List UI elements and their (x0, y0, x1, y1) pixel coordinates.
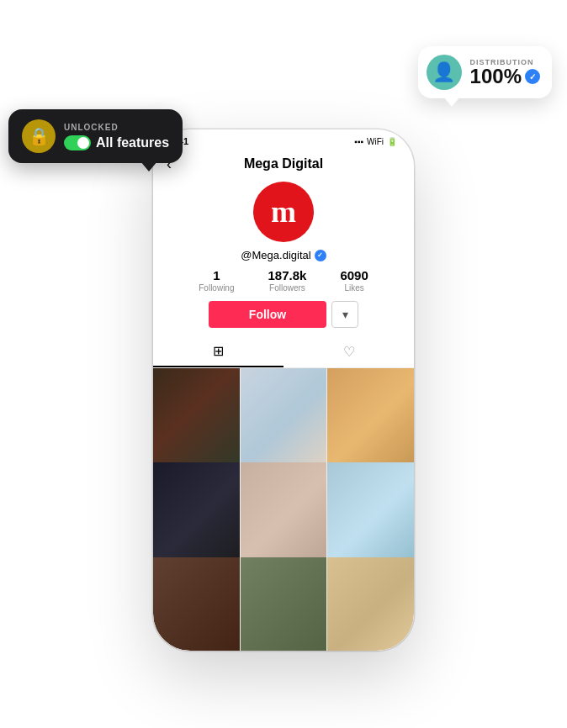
video-cell-7[interactable]: 0 (153, 557, 240, 651)
profile-section: m @Mega.digital 1 Following 187.8k Follo… (153, 175, 414, 336)
follow-button[interactable]: Follow (209, 301, 326, 328)
toggle-switch[interactable] (64, 135, 91, 150)
battery-icon: 🔋 (387, 137, 397, 146)
status-bar: 9:41 ▪▪▪ WiFi 🔋 (153, 129, 414, 153)
phone: 9:41 ▪▪▪ WiFi 🔋 ‹ Mega Digital m @Mega.d… (153, 129, 414, 651)
stats-row: 1 Following 187.8k Followers 6090 Likes (167, 268, 400, 293)
followers-label: Followers (269, 283, 305, 293)
unlocked-badge: 🔒 UNLOCKED All features (8, 109, 183, 163)
user-icon: 👤 (432, 61, 455, 83)
avatar-letter: m (271, 194, 296, 229)
verified-badge-icon (315, 250, 326, 261)
app-header: ‹ Mega Digital (153, 153, 414, 175)
username: @Mega.digital (241, 249, 310, 261)
username-row: @Mega.digital (241, 249, 326, 261)
dist-percent: 100% (470, 66, 522, 87)
tab-liked[interactable]: ♡ (284, 336, 414, 367)
toggle-row: All features (64, 135, 169, 150)
dist-value-row: 100% (470, 66, 540, 87)
distribution-badge: 👤 DISTRIBUTION 100% (418, 46, 552, 98)
following-label: Following (199, 283, 234, 293)
badge-text-col: UNLOCKED All features (64, 123, 169, 150)
more-button[interactable]: ▾ (331, 301, 358, 328)
phone-inner: 9:41 ▪▪▪ WiFi 🔋 ‹ Mega Digital m @Mega.d… (153, 129, 414, 651)
tab-bar: ⊞ ♡ (153, 336, 414, 368)
following-value: 1 (213, 268, 220, 282)
grid-icon: ⊞ (213, 343, 224, 359)
followers-value: 187.8k (268, 268, 306, 282)
stat-likes: 6090 Likes (323, 268, 384, 293)
likes-label: Likes (344, 283, 363, 293)
scene: 🔒 UNLOCKED All features 👤 DISTRIBUTION 1… (0, 0, 567, 728)
stat-followers: 187.8k Followers (251, 268, 323, 293)
unlocked-label: UNLOCKED (64, 123, 169, 132)
features-label: All features (96, 135, 169, 150)
tab-grid[interactable]: ⊞ (153, 336, 284, 367)
lock-icon-wrap: 🔒 (22, 119, 56, 153)
header-title: Mega Digital (244, 156, 323, 171)
profile-avatar: m (253, 182, 314, 242)
wifi-icon: WiFi (367, 137, 384, 146)
video-grid: 0 0 0 (153, 368, 414, 651)
toggle-knob (77, 137, 89, 149)
video-cell-9[interactable]: 0 (327, 557, 414, 651)
stat-following: 1 Following (182, 268, 251, 293)
video-cell-8[interactable]: 0 (241, 557, 327, 651)
dist-text-col: DISTRIBUTION 100% (470, 58, 540, 87)
signal-icon: ▪▪▪ (354, 137, 363, 146)
likes-value: 6090 (340, 268, 368, 282)
lock-icon: 🔒 (29, 126, 50, 146)
dist-check-icon (525, 69, 540, 84)
action-row: Follow ▾ (209, 301, 358, 328)
heart-icon: ♡ (343, 344, 355, 360)
status-icons: ▪▪▪ WiFi 🔋 (354, 137, 397, 146)
dist-avatar: 👤 (427, 55, 462, 90)
